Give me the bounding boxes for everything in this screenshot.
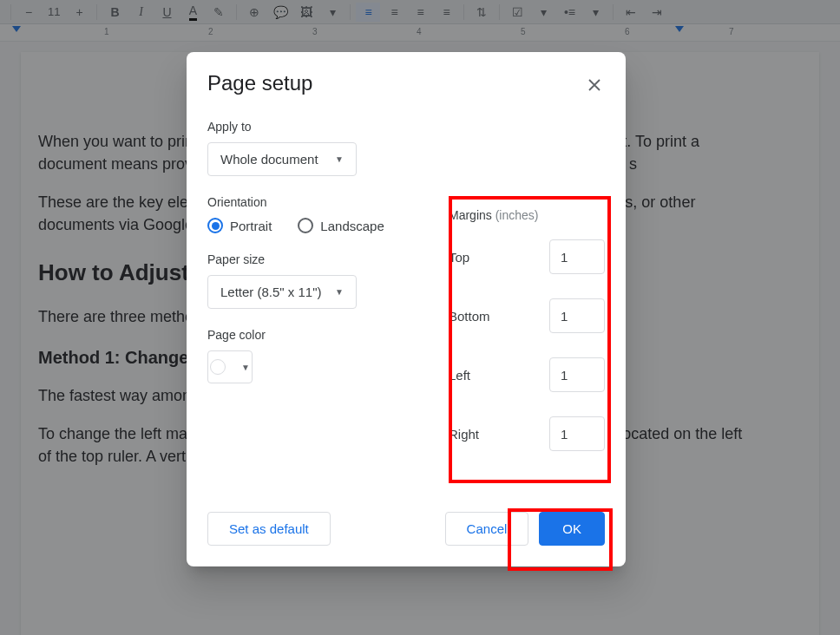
chevron-down-icon: ▼ — [335, 154, 344, 164]
margin-right-input[interactable] — [549, 416, 605, 451]
chevron-down-icon: ▼ — [335, 287, 344, 297]
margins-heading: Margins (inches) — [449, 208, 605, 222]
radio-icon — [298, 218, 313, 233]
orientation-landscape-radio[interactable]: Landscape — [298, 218, 384, 233]
margin-bottom-label: Bottom — [449, 309, 490, 324]
ok-button[interactable]: OK — [539, 512, 605, 546]
margin-bottom-input[interactable] — [549, 298, 605, 333]
margin-right-label: Right — [449, 427, 479, 442]
landscape-label: Landscape — [320, 219, 384, 233]
close-button[interactable] — [584, 75, 605, 95]
cancel-button[interactable]: Cancel — [445, 512, 529, 546]
page-color-label: Page color — [207, 328, 414, 342]
paper-size-select[interactable]: Letter (8.5" x 11") ▼ — [207, 275, 357, 309]
chevron-down-icon: ▼ — [241, 363, 250, 372]
set-default-button[interactable]: Set as default — [207, 512, 331, 546]
close-icon — [587, 78, 601, 92]
margins-unit: (inches) — [495, 208, 539, 222]
radio-icon — [207, 218, 223, 233]
page-setup-dialog: Page setup Apply to Whole document ▼ Ori… — [187, 52, 626, 566]
orientation-portrait-radio[interactable]: Portrait — [207, 218, 272, 233]
margin-top-label: Top — [449, 250, 469, 265]
apply-to-value: Whole document — [220, 152, 318, 167]
paper-size-label: Paper size — [207, 252, 414, 266]
dialog-left-column: Apply to Whole document ▼ Orientation Po… — [207, 120, 414, 475]
margin-left-label: Left — [449, 368, 470, 383]
margin-top-input[interactable] — [549, 239, 605, 274]
dialog-right-column: Margins (inches) Top Bottom Left Right — [449, 120, 605, 475]
dialog-title: Page setup — [207, 71, 605, 95]
apply-to-label: Apply to — [207, 120, 414, 134]
page-color-select[interactable]: ▼ — [207, 350, 253, 383]
orientation-label: Orientation — [207, 195, 414, 209]
color-preview-icon — [210, 359, 226, 375]
apply-to-select[interactable]: Whole document ▼ — [207, 142, 357, 176]
margin-left-input[interactable] — [549, 357, 605, 392]
paper-size-value: Letter (8.5" x 11") — [220, 285, 322, 299]
portrait-label: Portrait — [230, 219, 272, 233]
dialog-actions: Set as default Cancel OK — [207, 512, 605, 546]
